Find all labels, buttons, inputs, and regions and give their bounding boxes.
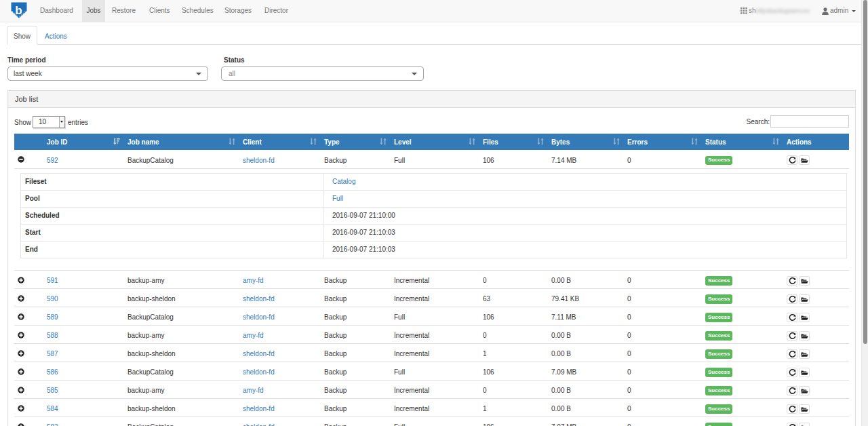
svg-text:b: b <box>15 4 22 17</box>
